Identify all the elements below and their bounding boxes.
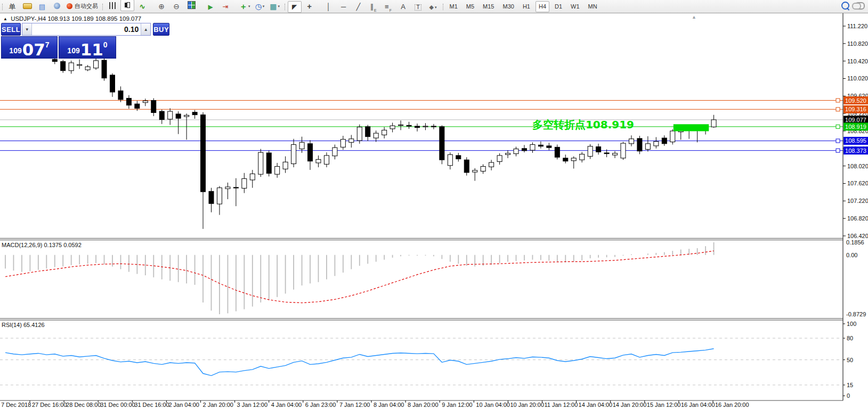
candle-body: [332, 148, 337, 156]
macd-min-label: -0.8729: [846, 311, 866, 317]
chart-marker-icon: ▲: [3, 17, 7, 21]
candle-body: [118, 91, 123, 99]
sell-price-sup: 7: [45, 40, 50, 49]
candle-body: [431, 126, 436, 127]
time-label: 3 Jan 12:00: [237, 402, 268, 408]
price-level-flag-text: 108.595: [845, 137, 866, 144]
chart-canvas[interactable]: 多空转折点108.919111.220110.820110.420110.020…: [0, 0, 868, 409]
chart-title: ▲ USDJPY-,H4 108.913 109.189 108.895 109…: [3, 15, 141, 22]
candle-body: [473, 170, 477, 172]
candle-body: [258, 152, 263, 174]
candle-body: [209, 191, 214, 203]
buy-button[interactable]: BUY: [153, 23, 169, 36]
candle-body: [77, 64, 82, 66]
candle-body: [382, 130, 387, 135]
buy-price-big: 11: [80, 43, 103, 56]
sell-price-big: 07: [22, 43, 45, 56]
candle-body: [374, 133, 378, 138]
time-label: 27 Dec 16:00: [32, 402, 67, 408]
candle-body: [94, 61, 99, 68]
price-level-flag-text: 109.316: [845, 106, 866, 112]
candle-body: [621, 143, 626, 158]
rsi-indicator-label: RSI(14) 65.4126: [2, 322, 45, 328]
volume-up-button[interactable]: ▲: [141, 23, 150, 35]
price-tick-label: 106.420: [847, 233, 868, 239]
candle-body: [324, 156, 329, 164]
time-label: 2 Jan 04:00: [168, 402, 199, 408]
sell-button[interactable]: SELL: [1, 23, 21, 36]
line-handle[interactable]: [836, 125, 840, 128]
candle-body: [613, 153, 618, 155]
candle-body: [357, 127, 362, 141]
price-tick-label: 108.020: [847, 163, 868, 169]
candle-body: [102, 60, 107, 78]
one-click-trade-panel: SELL ▼ ▲ BUY 109 07 7 109 11 0: [1, 23, 115, 56]
candle-body: [464, 160, 469, 173]
price-tick-label: 110.820: [847, 40, 868, 47]
line-handle[interactable]: [836, 149, 840, 152]
candle-body: [176, 114, 181, 118]
candle-body: [637, 138, 642, 151]
candle-body: [514, 149, 518, 154]
candle-body: [192, 112, 197, 115]
time-label: 10 Jan 04:00: [476, 402, 510, 408]
candle-body: [233, 187, 238, 188]
candle-body: [547, 146, 551, 148]
candle-body: [291, 144, 296, 163]
line-handle[interactable]: [836, 108, 840, 111]
candle-body: [52, 59, 57, 61]
price-level-flag-text: 108.919: [845, 124, 866, 130]
volume-down-button[interactable]: ▼: [22, 23, 32, 35]
line-handle[interactable]: [836, 99, 840, 102]
candle-body: [308, 144, 313, 161]
time-label: 14 Jan 04:00: [579, 402, 613, 408]
time-label: 4 Jan 04:00: [271, 402, 302, 408]
candle-body: [580, 154, 585, 160]
candle-body: [423, 126, 428, 127]
candle-body: [711, 120, 716, 127]
time-label: 8 Jan 04:00: [374, 402, 404, 408]
candle-body: [225, 187, 230, 189]
chart-symbol-period: USDJPY-,H4: [11, 15, 46, 22]
candle-body: [275, 166, 280, 174]
buy-price-sup: 0: [103, 40, 108, 49]
candle-body: [604, 153, 609, 154]
candle-body: [629, 139, 634, 144]
candle-body: [143, 101, 148, 102]
candle-body: [316, 159, 321, 163]
price-level-flag-text: 109.077: [845, 117, 866, 123]
candle-body: [217, 188, 222, 204]
candle-body: [506, 153, 510, 154]
candle-body: [340, 140, 345, 148]
candle-body: [299, 142, 304, 149]
time-label: 31 Dec 00:00: [100, 402, 135, 408]
sell-price-display[interactable]: 109 07 7: [1, 36, 58, 59]
highlight-rect[interactable]: [674, 124, 709, 131]
rsi-level-label: 15: [847, 382, 853, 388]
line-handle[interactable]: [836, 139, 840, 143]
chart-background: [0, 13, 868, 409]
candle-body: [588, 146, 593, 157]
candle-body: [250, 174, 255, 179]
candle-body: [135, 104, 140, 108]
candle-body: [596, 147, 601, 152]
buy-price-display[interactable]: 109 11 0: [59, 36, 116, 59]
price-tick-label: 111.220: [847, 23, 867, 29]
panel-collapse-icon[interactable]: ▲: [692, 14, 696, 20]
volume-stepper: ▼ ▲: [22, 23, 151, 36]
time-label: 9 Jan 12:00: [442, 402, 473, 408]
macd-zero-label: 0.00: [846, 252, 857, 258]
candle-body: [126, 98, 131, 105]
candle-body: [390, 126, 395, 129]
time-label: 11 Jan 12:00: [545, 402, 578, 408]
candle-body: [481, 166, 485, 171]
candle-body: [571, 158, 576, 161]
rsi-level-label: 50: [847, 357, 853, 363]
time-label: 6 Jan 23:00: [305, 402, 336, 408]
candle-body: [407, 125, 411, 126]
candle-body: [456, 156, 461, 159]
price-level-flag-text: 108.373: [845, 148, 866, 154]
candle-body: [110, 75, 115, 92]
volume-input[interactable]: [32, 25, 141, 34]
candle-body: [415, 126, 420, 127]
